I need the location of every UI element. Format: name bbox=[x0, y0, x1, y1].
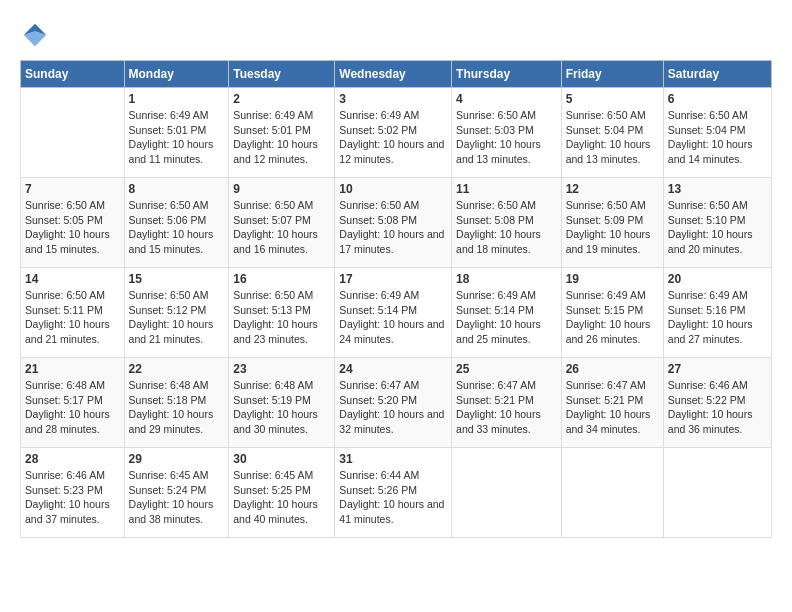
day-number: 28 bbox=[25, 452, 120, 466]
day-info: Sunrise: 6:50 AMSunset: 5:04 PMDaylight:… bbox=[566, 108, 659, 167]
day-info: Sunrise: 6:50 AMSunset: 5:04 PMDaylight:… bbox=[668, 108, 767, 167]
calendar-cell: 1Sunrise: 6:49 AMSunset: 5:01 PMDaylight… bbox=[124, 88, 229, 178]
daylight-label: Daylight: 10 hours and 14 minutes. bbox=[668, 138, 753, 165]
sunset-label: Sunset: 5:08 PM bbox=[339, 214, 417, 226]
sunrise-label: Sunrise: 6:50 AM bbox=[25, 199, 105, 211]
calendar-cell: 22Sunrise: 6:48 AMSunset: 5:18 PMDayligh… bbox=[124, 358, 229, 448]
sunrise-label: Sunrise: 6:50 AM bbox=[25, 289, 105, 301]
calendar-cell: 20Sunrise: 6:49 AMSunset: 5:16 PMDayligh… bbox=[663, 268, 771, 358]
day-info: Sunrise: 6:50 AMSunset: 5:12 PMDaylight:… bbox=[129, 288, 225, 347]
sunrise-label: Sunrise: 6:46 AM bbox=[668, 379, 748, 391]
column-header-thursday: Thursday bbox=[452, 61, 562, 88]
calendar-cell: 14Sunrise: 6:50 AMSunset: 5:11 PMDayligh… bbox=[21, 268, 125, 358]
column-header-saturday: Saturday bbox=[663, 61, 771, 88]
calendar-cell: 10Sunrise: 6:50 AMSunset: 5:08 PMDayligh… bbox=[335, 178, 452, 268]
calendar-cell: 3Sunrise: 6:49 AMSunset: 5:02 PMDaylight… bbox=[335, 88, 452, 178]
day-info: Sunrise: 6:50 AMSunset: 5:09 PMDaylight:… bbox=[566, 198, 659, 257]
column-header-monday: Monday bbox=[124, 61, 229, 88]
day-number: 12 bbox=[566, 182, 659, 196]
daylight-label: Daylight: 10 hours and 16 minutes. bbox=[233, 228, 318, 255]
sunset-label: Sunset: 5:21 PM bbox=[566, 394, 644, 406]
sunset-label: Sunset: 5:22 PM bbox=[668, 394, 746, 406]
day-number: 11 bbox=[456, 182, 557, 196]
day-info: Sunrise: 6:50 AMSunset: 5:11 PMDaylight:… bbox=[25, 288, 120, 347]
day-number: 30 bbox=[233, 452, 330, 466]
sunset-label: Sunset: 5:23 PM bbox=[25, 484, 103, 496]
daylight-label: Daylight: 10 hours and 15 minutes. bbox=[129, 228, 214, 255]
day-number: 23 bbox=[233, 362, 330, 376]
calendar-cell: 11Sunrise: 6:50 AMSunset: 5:08 PMDayligh… bbox=[452, 178, 562, 268]
day-info: Sunrise: 6:49 AMSunset: 5:01 PMDaylight:… bbox=[233, 108, 330, 167]
sunset-label: Sunset: 5:25 PM bbox=[233, 484, 311, 496]
sunrise-label: Sunrise: 6:49 AM bbox=[668, 289, 748, 301]
day-number: 3 bbox=[339, 92, 447, 106]
daylight-label: Daylight: 10 hours and 26 minutes. bbox=[566, 318, 651, 345]
sunset-label: Sunset: 5:01 PM bbox=[129, 124, 207, 136]
sunset-label: Sunset: 5:14 PM bbox=[339, 304, 417, 316]
calendar-cell bbox=[21, 88, 125, 178]
day-number: 31 bbox=[339, 452, 447, 466]
sunrise-label: Sunrise: 6:50 AM bbox=[668, 199, 748, 211]
calendar-cell: 4Sunrise: 6:50 AMSunset: 5:03 PMDaylight… bbox=[452, 88, 562, 178]
calendar-header-row: SundayMondayTuesdayWednesdayThursdayFrid… bbox=[21, 61, 772, 88]
daylight-label: Daylight: 10 hours and 21 minutes. bbox=[25, 318, 110, 345]
day-number: 17 bbox=[339, 272, 447, 286]
day-number: 4 bbox=[456, 92, 557, 106]
daylight-label: Daylight: 10 hours and 36 minutes. bbox=[668, 408, 753, 435]
sunrise-label: Sunrise: 6:45 AM bbox=[233, 469, 313, 481]
sunrise-label: Sunrise: 6:50 AM bbox=[233, 199, 313, 211]
daylight-label: Daylight: 10 hours and 28 minutes. bbox=[25, 408, 110, 435]
day-number: 26 bbox=[566, 362, 659, 376]
sunset-label: Sunset: 5:06 PM bbox=[129, 214, 207, 226]
daylight-label: Daylight: 10 hours and 38 minutes. bbox=[129, 498, 214, 525]
day-info: Sunrise: 6:46 AMSunset: 5:23 PMDaylight:… bbox=[25, 468, 120, 527]
calendar-cell: 16Sunrise: 6:50 AMSunset: 5:13 PMDayligh… bbox=[229, 268, 335, 358]
daylight-label: Daylight: 10 hours and 34 minutes. bbox=[566, 408, 651, 435]
sunrise-label: Sunrise: 6:49 AM bbox=[566, 289, 646, 301]
calendar-cell bbox=[561, 448, 663, 538]
day-number: 14 bbox=[25, 272, 120, 286]
day-number: 27 bbox=[668, 362, 767, 376]
daylight-label: Daylight: 10 hours and 24 minutes. bbox=[339, 318, 444, 345]
sunrise-label: Sunrise: 6:50 AM bbox=[668, 109, 748, 121]
sunset-label: Sunset: 5:14 PM bbox=[456, 304, 534, 316]
sunset-label: Sunset: 5:19 PM bbox=[233, 394, 311, 406]
calendar-week-row: 21Sunrise: 6:48 AMSunset: 5:17 PMDayligh… bbox=[21, 358, 772, 448]
calendar-cell: 8Sunrise: 6:50 AMSunset: 5:06 PMDaylight… bbox=[124, 178, 229, 268]
sunrise-label: Sunrise: 6:47 AM bbox=[339, 379, 419, 391]
day-number: 10 bbox=[339, 182, 447, 196]
calendar-cell: 2Sunrise: 6:49 AMSunset: 5:01 PMDaylight… bbox=[229, 88, 335, 178]
sunset-label: Sunset: 5:01 PM bbox=[233, 124, 311, 136]
sunset-label: Sunset: 5:10 PM bbox=[668, 214, 746, 226]
calendar-cell: 31Sunrise: 6:44 AMSunset: 5:26 PMDayligh… bbox=[335, 448, 452, 538]
calendar-cell: 19Sunrise: 6:49 AMSunset: 5:15 PMDayligh… bbox=[561, 268, 663, 358]
sunset-label: Sunset: 5:20 PM bbox=[339, 394, 417, 406]
day-info: Sunrise: 6:49 AMSunset: 5:15 PMDaylight:… bbox=[566, 288, 659, 347]
sunrise-label: Sunrise: 6:50 AM bbox=[233, 289, 313, 301]
daylight-label: Daylight: 10 hours and 32 minutes. bbox=[339, 408, 444, 435]
sunrise-label: Sunrise: 6:50 AM bbox=[566, 199, 646, 211]
sunrise-label: Sunrise: 6:50 AM bbox=[129, 289, 209, 301]
sunset-label: Sunset: 5:24 PM bbox=[129, 484, 207, 496]
sunset-label: Sunset: 5:17 PM bbox=[25, 394, 103, 406]
sunrise-label: Sunrise: 6:48 AM bbox=[129, 379, 209, 391]
calendar-cell: 18Sunrise: 6:49 AMSunset: 5:14 PMDayligh… bbox=[452, 268, 562, 358]
sunrise-label: Sunrise: 6:48 AM bbox=[25, 379, 105, 391]
daylight-label: Daylight: 10 hours and 12 minutes. bbox=[339, 138, 444, 165]
calendar-cell: 5Sunrise: 6:50 AMSunset: 5:04 PMDaylight… bbox=[561, 88, 663, 178]
daylight-label: Daylight: 10 hours and 19 minutes. bbox=[566, 228, 651, 255]
daylight-label: Daylight: 10 hours and 27 minutes. bbox=[668, 318, 753, 345]
daylight-label: Daylight: 10 hours and 17 minutes. bbox=[339, 228, 444, 255]
daylight-label: Daylight: 10 hours and 37 minutes. bbox=[25, 498, 110, 525]
day-info: Sunrise: 6:50 AMSunset: 5:10 PMDaylight:… bbox=[668, 198, 767, 257]
daylight-label: Daylight: 10 hours and 40 minutes. bbox=[233, 498, 318, 525]
sunrise-label: Sunrise: 6:50 AM bbox=[339, 199, 419, 211]
daylight-label: Daylight: 10 hours and 15 minutes. bbox=[25, 228, 110, 255]
day-info: Sunrise: 6:50 AMSunset: 5:08 PMDaylight:… bbox=[339, 198, 447, 257]
sunset-label: Sunset: 5:04 PM bbox=[566, 124, 644, 136]
sunset-label: Sunset: 5:15 PM bbox=[566, 304, 644, 316]
sunrise-label: Sunrise: 6:49 AM bbox=[456, 289, 536, 301]
calendar-cell: 21Sunrise: 6:48 AMSunset: 5:17 PMDayligh… bbox=[21, 358, 125, 448]
day-number: 1 bbox=[129, 92, 225, 106]
daylight-label: Daylight: 10 hours and 20 minutes. bbox=[668, 228, 753, 255]
